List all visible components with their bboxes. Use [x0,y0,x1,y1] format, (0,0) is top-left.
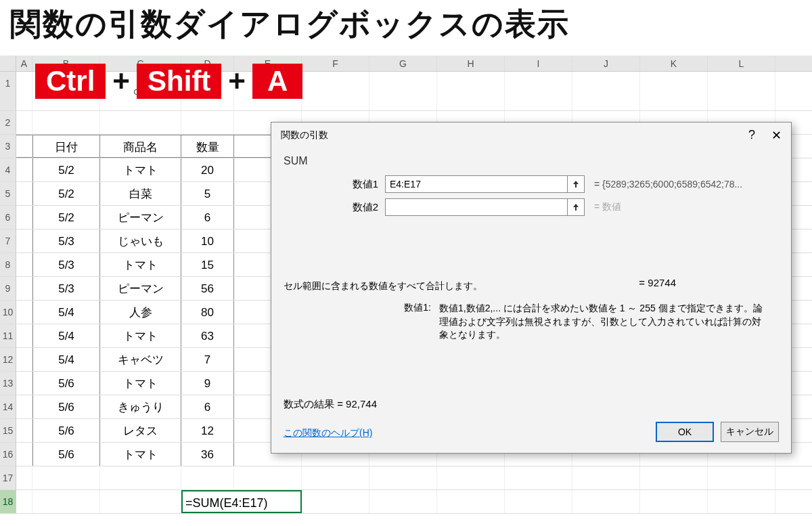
cell[interactable]: レタス [100,419,181,442]
cell[interactable] [640,466,708,489]
cell[interactable]: 80 [181,301,234,324]
cell[interactable]: 5/6 [32,372,100,395]
col-header[interactable]: A [16,56,32,71]
cell[interactable] [505,490,572,513]
cell[interactable] [32,111,100,134]
cell[interactable] [640,72,708,110]
cell[interactable]: 6 [181,206,234,229]
row-header[interactable]: 18 [0,490,16,513]
cell[interactable] [16,324,32,347]
cell[interactable]: 20 [181,158,234,181]
cell[interactable]: 56 [181,277,234,300]
cell[interactable]: ピーマン [100,206,181,229]
cell[interactable] [302,72,369,110]
row-header[interactable]: 16 [0,443,16,466]
row-header[interactable]: 9 [0,277,16,300]
cell[interactable]: 15 [181,253,234,276]
row-header[interactable]: 7 [0,229,16,253]
cell[interactable]: トマト [100,158,181,181]
row-header[interactable]: 11 [0,324,16,347]
cell[interactable]: 5/6 [32,443,100,466]
range-select-button[interactable] [567,198,585,216]
row-header[interactable]: 8 [0,253,16,276]
cell[interactable]: 9 [181,372,234,395]
range-select-button[interactable] [567,175,585,193]
cell[interactable]: きゅうり [100,395,181,418]
cell[interactable]: 5/2 [32,206,100,229]
arg2-input[interactable] [385,198,568,216]
cell[interactable]: 白菜 [100,182,181,205]
cell[interactable]: 10 [181,229,234,253]
cell[interactable]: 数量 [181,135,234,158]
cell[interactable] [369,490,437,513]
cell[interactable] [16,395,32,418]
cell[interactable] [16,206,32,229]
row-header[interactable]: 6 [0,206,16,229]
row-header[interactable]: 13 [0,372,16,395]
cell[interactable] [572,72,640,110]
cell[interactable] [32,466,100,489]
cell[interactable]: 5/2 [32,158,100,181]
row-header[interactable]: 3 [0,135,16,158]
cell[interactable]: トマト [100,253,181,276]
row-header[interactable]: 10 [0,301,16,324]
cell[interactable] [181,111,234,134]
cell[interactable] [16,301,32,324]
cell[interactable] [572,466,640,489]
cell[interactable] [16,158,32,181]
cell[interactable] [16,490,32,513]
col-header[interactable]: I [505,56,572,71]
cell[interactable] [16,229,32,253]
cell[interactable]: 5/6 [32,395,100,418]
cell[interactable] [100,490,181,513]
cell[interactable]: 5/4 [32,348,100,371]
col-header[interactable]: F [302,56,369,71]
row-header[interactable]: 15 [0,419,16,442]
cell[interactable] [16,135,32,158]
cell[interactable]: じゃいも [100,229,181,253]
row-header[interactable]: 5 [0,182,16,205]
cell[interactable]: 5/6 [32,419,100,442]
help-link[interactable]: この関数のヘルプ(H) [284,427,372,439]
cell[interactable] [437,490,505,513]
cell[interactable]: 36 [181,443,234,466]
cell[interactable] [16,182,32,205]
cell[interactable]: 12 [181,419,234,442]
arg1-input[interactable] [385,175,568,193]
select-all-corner[interactable] [0,56,16,71]
cell[interactable]: 63 [181,324,234,347]
col-header[interactable]: H [437,56,505,71]
cell[interactable] [505,466,572,489]
cell[interactable] [302,466,369,489]
cell[interactable] [369,72,437,110]
row-header[interactable]: 14 [0,395,16,418]
cell[interactable] [437,72,505,110]
cell[interactable] [708,466,775,489]
cell[interactable]: キャベツ [100,348,181,371]
cell[interactable] [369,466,437,489]
cell[interactable] [437,466,505,489]
cell[interactable] [708,72,775,110]
cell[interactable]: 7 [181,348,234,371]
cancel-button[interactable]: キャンセル [721,422,779,442]
cell[interactable] [16,277,32,300]
cell[interactable] [100,111,181,134]
cell[interactable]: 5 [181,182,234,205]
cell[interactable]: ピーマン [100,277,181,300]
cell[interactable] [100,466,181,489]
cell[interactable] [640,490,708,513]
row-header[interactable]: 4 [0,158,16,181]
cell[interactable] [505,72,572,110]
cell[interactable] [16,348,32,371]
formula-input-cell[interactable]: =SUM(E4:E17) [181,490,302,513]
cell[interactable] [16,253,32,276]
row-header[interactable]: 17 [0,466,16,489]
cell[interactable] [234,466,302,489]
cell[interactable]: トマト [100,372,181,395]
cell[interactable]: 5/4 [32,324,100,347]
cell[interactable] [32,490,100,513]
cell[interactable] [16,419,32,442]
col-header[interactable]: L [708,56,775,71]
cell[interactable]: トマト [100,443,181,466]
cell[interactable]: 5/3 [32,253,100,276]
